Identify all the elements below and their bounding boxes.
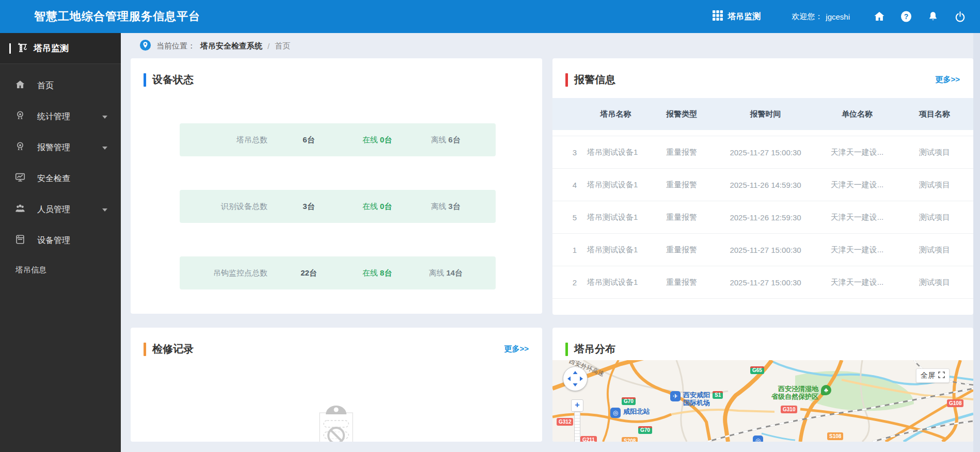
poi-label: 西安咸阳 国际机场 <box>683 391 710 407</box>
road-shield: G211 <box>580 436 597 442</box>
monitor-chart-icon <box>14 172 26 185</box>
alarm-panel: 报警信息 更多>> 塔吊名称 报警类型 报警时间 单位名称 项目名称 <box>552 58 973 315</box>
alarm-row[interactable]: 1 塔吊测试设备1 重量报警 2025-11-27 15:00:30 天津天一建… <box>552 234 973 266</box>
page-scrollbar[interactable] <box>973 33 980 452</box>
crane-distribution-panel: 塔吊分布 <box>552 328 973 442</box>
alarm-project: 测试项目 <box>896 278 973 287</box>
alarm-row[interactable]: 5 塔吊测试设备1 重量报警 2025-11-26 12:59:30 天津天一建… <box>552 201 973 234</box>
map-poi: ✈ 西安咸阳 国际机场 <box>670 391 710 407</box>
panel-title-text: 设备状态 <box>152 73 194 87</box>
alarm-row[interactable]: 2 塔吊测试设备1 重量报警 2025-11-27 15:00:30 天津天一建… <box>552 266 973 299</box>
status-online: 在线0台 <box>350 135 404 145</box>
alarm-time: 2025-11-26 12:59:30 <box>713 213 818 222</box>
status-label: 吊钩监控点总数 <box>180 268 267 278</box>
offline-label: 离线 <box>429 268 444 277</box>
alarm-title: 报警信息 <box>565 73 615 87</box>
power-icon[interactable] <box>953 10 967 23</box>
alarm-row-partial <box>552 130 973 136</box>
breadcrumb-prefix: 当前位置： <box>156 41 195 51</box>
title-accent-bar <box>565 343 568 356</box>
alarm-more-link[interactable]: 更多>> <box>935 75 960 85</box>
alarm-time: 2025-11-27 15:00:30 <box>713 148 818 157</box>
header-right: 塔吊监测 欢迎您： jgceshi ? <box>712 0 967 33</box>
alarm-time: 2025-11-27 15:00:30 <box>713 246 818 254</box>
map-pan-control[interactable] <box>563 366 588 391</box>
poi-label: 咸阳北站 <box>623 408 650 415</box>
empty-clipboard-icon <box>315 404 357 442</box>
medal-icon <box>14 141 26 154</box>
sidebar-item-label: 设备管理 <box>37 235 70 246</box>
status-label: 识别设备总数 <box>180 202 267 212</box>
title-accent-bar <box>144 73 146 87</box>
app-switcher[interactable]: 塔吊监测 <box>712 10 761 23</box>
map-zoom-slider[interactable] <box>574 412 580 442</box>
sidebar-menu-item[interactable]: 报警管理 <box>0 132 121 163</box>
alarm-crane-name: 塔吊测试设备1 <box>581 213 651 222</box>
status-row: 塔吊总数 6台 在线0台 离线6台 <box>180 123 496 156</box>
sidebar-menu-item[interactable]: 统计管理 <box>0 101 121 132</box>
alarm-crane-name: 塔吊测试设备1 <box>581 180 651 190</box>
online-count: 8台 <box>380 268 392 277</box>
chevron-down-icon <box>102 147 107 150</box>
top-header: 智慧工地综合管理服务信息平台 塔吊监测 欢迎您： jgceshi <box>0 0 980 33</box>
offline-label: 离线 <box>431 135 446 144</box>
online-label: 在线 <box>362 202 378 211</box>
alarm-column-header: 项目名称 <box>896 109 973 119</box>
fullscreen-icon <box>938 372 945 380</box>
breadcrumb-separator: / <box>267 42 270 51</box>
sidebar-subitem-crane-info[interactable]: 塔吊信息 <box>0 256 121 284</box>
alarm-crane-name: 塔吊测试设备1 <box>581 148 651 157</box>
online-label: 在线 <box>362 268 378 277</box>
sidebar-title: 塔吊监测 <box>34 42 69 54</box>
alarm-time: 2025-11-26 14:59:30 <box>713 181 818 189</box>
map-zoom-in-button[interactable]: + <box>571 399 583 412</box>
map-poi: ◎ <box>753 435 766 442</box>
sidebar-item-label: 首页 <box>37 80 54 91</box>
map-canvas[interactable]: 西安外环高速 G65 S1 G70 G70 G312 G211 S208 G31… <box>552 360 973 442</box>
breadcrumb: 当前位置： 塔吊安全检查系统 / 首页 <box>139 39 290 53</box>
alarm-project: 测试项目 <box>896 213 973 222</box>
maintenance-panel: 检修记录 更多>> <box>131 328 542 442</box>
bell-icon[interactable] <box>926 10 940 23</box>
road-shield: G70 <box>638 426 652 434</box>
device-status-panel: 设备状态 塔吊总数 6台 在线0台 离线6台 识别设备总数 3台 在线0台 <box>131 58 542 314</box>
sidebar-menu-item[interactable]: 设备管理 <box>0 225 121 256</box>
status-row: 识别设备总数 3台 在线0台 离线3台 <box>180 190 496 223</box>
home-icon <box>14 79 26 92</box>
breadcrumb-system[interactable]: 塔吊安全检查系统 <box>200 41 262 51</box>
sidebar-item-label: 安全检查 <box>37 173 70 184</box>
alarm-no: 3 <box>552 148 581 157</box>
help-icon[interactable]: ? <box>899 10 913 23</box>
svg-text:?: ? <box>904 12 909 21</box>
map-title: 塔吊分布 <box>565 342 615 356</box>
alarm-type: 重量报警 <box>651 148 713 157</box>
alarm-crane-name: 塔吊测试设备1 <box>581 278 651 287</box>
map-poi: ◎ 咸阳北站 <box>610 408 650 418</box>
sidebar-menu-item[interactable]: 人员管理 <box>0 194 121 225</box>
breadcrumb-current[interactable]: 首页 <box>275 41 290 51</box>
road-shield: S208 <box>622 437 638 442</box>
panel-title-text: 报警信息 <box>574 73 615 87</box>
alarm-no: 4 <box>552 181 581 189</box>
panel-title-text: 检修记录 <box>152 342 194 356</box>
title-accent-bar <box>565 73 568 87</box>
alarm-column-header: 报警类型 <box>651 109 713 119</box>
maintenance-more-link[interactable]: 更多>> <box>504 344 529 354</box>
welcome-text: 欢迎您： jgceshi <box>792 12 850 22</box>
status-online: 在线8台 <box>350 268 404 278</box>
maintenance-title: 检修记录 <box>144 342 194 356</box>
offline-count: 14台 <box>446 268 463 277</box>
device-icon <box>14 234 26 247</box>
poi-icon: ◎ <box>610 408 621 418</box>
status-offline: 离线14台 <box>404 268 487 278</box>
sidebar-menu-item[interactable]: 首页 <box>0 70 121 101</box>
alarm-row[interactable]: 4 塔吊测试设备1 重量报警 2025-11-26 14:59:30 天津天一建… <box>552 169 973 201</box>
road-shield: G312 <box>557 418 573 426</box>
alarm-unit: 天津天一建设... <box>818 213 896 222</box>
status-total: 3台 <box>267 202 350 212</box>
home-icon[interactable] <box>873 10 886 23</box>
status-label: 塔吊总数 <box>180 135 267 145</box>
alarm-row[interactable]: 3 塔吊测试设备1 重量报警 2025-11-27 15:00:30 天津天一建… <box>552 136 973 169</box>
sidebar-menu-item[interactable]: 安全检查 <box>0 163 121 194</box>
map-fullscreen-button[interactable]: 全屏 <box>916 368 950 383</box>
